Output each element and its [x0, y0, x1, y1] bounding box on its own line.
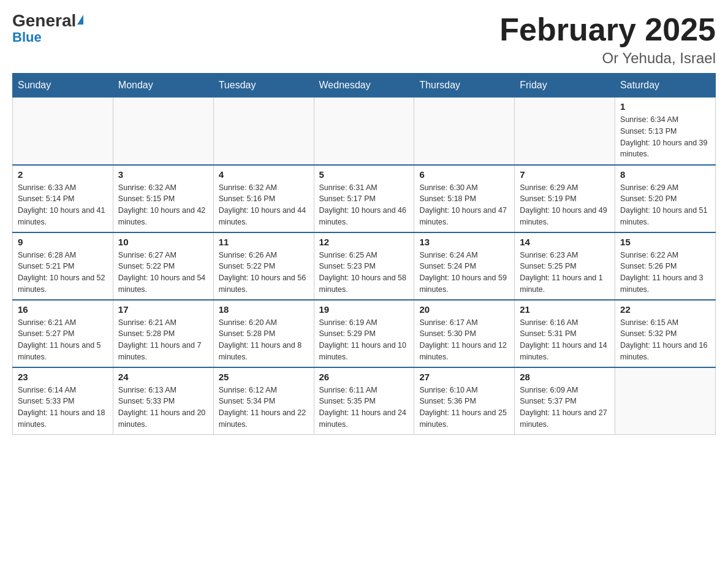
logo-blue-text: Blue [12, 31, 42, 44]
calendar-day-cell: 24Sunrise: 6:13 AMSunset: 5:33 PMDayligh… [113, 367, 213, 435]
day-number: 24 [118, 372, 208, 382]
day-number: 13 [419, 237, 509, 247]
day-number: 26 [319, 372, 409, 382]
calendar-day-cell: 9Sunrise: 6:28 AMSunset: 5:21 PMDaylight… [13, 232, 113, 300]
day-number: 21 [520, 304, 610, 315]
day-info: Sunrise: 6:25 AMSunset: 5:23 PMDaylight:… [319, 250, 409, 296]
day-info: Sunrise: 6:11 AMSunset: 5:35 PMDaylight:… [319, 385, 409, 431]
day-number: 17 [118, 304, 208, 315]
weekday-header: Saturday [615, 74, 716, 98]
calendar-week-row: 16Sunrise: 6:21 AMSunset: 5:27 PMDayligh… [13, 300, 716, 367]
calendar-day-cell [414, 98, 515, 165]
day-number: 20 [419, 304, 509, 315]
calendar-day-cell: 11Sunrise: 6:26 AMSunset: 5:22 PMDayligh… [213, 232, 314, 300]
day-info: Sunrise: 6:23 AMSunset: 5:25 PMDaylight:… [520, 250, 610, 296]
day-number: 1 [620, 101, 710, 112]
calendar-day-cell [113, 98, 213, 165]
calendar-day-cell: 2Sunrise: 6:33 AMSunset: 5:14 PMDaylight… [13, 165, 113, 232]
page-header: General Blue February 2025 Or Yehuda, Is… [12, 12, 716, 67]
day-number: 9 [18, 237, 108, 247]
weekday-header: Sunday [13, 74, 113, 98]
day-number: 11 [219, 237, 309, 247]
day-info: Sunrise: 6:24 AMSunset: 5:24 PMDaylight:… [419, 250, 509, 296]
day-number: 4 [219, 169, 309, 180]
day-info: Sunrise: 6:16 AMSunset: 5:31 PMDaylight:… [520, 317, 610, 363]
calendar-day-cell: 28Sunrise: 6:09 AMSunset: 5:37 PMDayligh… [515, 367, 615, 435]
day-info: Sunrise: 6:26 AMSunset: 5:22 PMDaylight:… [219, 250, 309, 296]
day-number: 7 [520, 169, 610, 180]
calendar-day-cell: 7Sunrise: 6:29 AMSunset: 5:19 PMDaylight… [515, 165, 615, 232]
calendar-day-cell: 21Sunrise: 6:16 AMSunset: 5:31 PMDayligh… [515, 300, 615, 367]
calendar-day-cell: 25Sunrise: 6:12 AMSunset: 5:34 PMDayligh… [213, 367, 314, 435]
day-number: 28 [520, 372, 610, 382]
calendar-day-cell [213, 98, 314, 165]
calendar-header-row: SundayMondayTuesdayWednesdayThursdayFrid… [13, 74, 716, 98]
day-info: Sunrise: 6:30 AMSunset: 5:18 PMDaylight:… [419, 182, 509, 228]
calendar-day-cell: 27Sunrise: 6:10 AMSunset: 5:36 PMDayligh… [414, 367, 515, 435]
title-block: February 2025 Or Yehuda, Israel [499, 12, 716, 67]
day-info: Sunrise: 6:31 AMSunset: 5:17 PMDaylight:… [319, 182, 409, 228]
calendar-day-cell: 3Sunrise: 6:32 AMSunset: 5:15 PMDaylight… [113, 165, 213, 232]
day-number: 5 [319, 169, 409, 180]
calendar-day-cell [314, 98, 414, 165]
day-number: 18 [219, 304, 309, 315]
calendar-week-row: 9Sunrise: 6:28 AMSunset: 5:21 PMDaylight… [13, 232, 716, 300]
calendar-day-cell: 20Sunrise: 6:17 AMSunset: 5:30 PMDayligh… [414, 300, 515, 367]
weekday-header: Friday [515, 74, 615, 98]
calendar-day-cell: 22Sunrise: 6:15 AMSunset: 5:32 PMDayligh… [615, 300, 716, 367]
day-number: 3 [118, 169, 208, 180]
calendar-day-cell: 16Sunrise: 6:21 AMSunset: 5:27 PMDayligh… [13, 300, 113, 367]
calendar-week-row: 2Sunrise: 6:33 AMSunset: 5:14 PMDaylight… [13, 165, 716, 232]
day-info: Sunrise: 6:32 AMSunset: 5:16 PMDaylight:… [219, 182, 309, 228]
calendar-week-row: 23Sunrise: 6:14 AMSunset: 5:33 PMDayligh… [13, 367, 716, 435]
day-info: Sunrise: 6:27 AMSunset: 5:22 PMDaylight:… [118, 250, 208, 296]
day-number: 27 [419, 372, 509, 382]
calendar-day-cell: 15Sunrise: 6:22 AMSunset: 5:26 PMDayligh… [615, 232, 716, 300]
weekday-header: Monday [113, 74, 213, 98]
day-info: Sunrise: 6:33 AMSunset: 5:14 PMDaylight:… [18, 182, 108, 228]
day-info: Sunrise: 6:28 AMSunset: 5:21 PMDaylight:… [18, 250, 108, 296]
weekday-header: Wednesday [314, 74, 414, 98]
calendar-day-cell [615, 367, 716, 435]
logo-general-text: General [12, 12, 83, 29]
calendar-day-cell [13, 98, 113, 165]
day-number: 19 [319, 304, 409, 315]
day-info: Sunrise: 6:29 AMSunset: 5:19 PMDaylight:… [520, 182, 610, 228]
month-title: February 2025 [499, 12, 716, 47]
calendar-day-cell: 12Sunrise: 6:25 AMSunset: 5:23 PMDayligh… [314, 232, 414, 300]
day-info: Sunrise: 6:19 AMSunset: 5:29 PMDaylight:… [319, 317, 409, 363]
day-number: 10 [118, 237, 208, 247]
day-number: 14 [520, 237, 610, 247]
calendar-day-cell: 18Sunrise: 6:20 AMSunset: 5:28 PMDayligh… [213, 300, 314, 367]
day-info: Sunrise: 6:21 AMSunset: 5:27 PMDaylight:… [18, 317, 108, 363]
logo-arrow-icon [77, 15, 83, 25]
calendar-day-cell [515, 98, 615, 165]
day-number: 15 [620, 237, 710, 247]
calendar-table: SundayMondayTuesdayWednesdayThursdayFrid… [12, 73, 716, 435]
day-info: Sunrise: 6:29 AMSunset: 5:20 PMDaylight:… [620, 182, 710, 228]
day-info: Sunrise: 6:17 AMSunset: 5:30 PMDaylight:… [419, 317, 509, 363]
day-number: 2 [18, 169, 108, 180]
location-subtitle: Or Yehuda, Israel [499, 50, 716, 67]
calendar-day-cell: 19Sunrise: 6:19 AMSunset: 5:29 PMDayligh… [314, 300, 414, 367]
day-number: 22 [620, 304, 710, 315]
day-number: 12 [319, 237, 409, 247]
calendar-day-cell: 5Sunrise: 6:31 AMSunset: 5:17 PMDaylight… [314, 165, 414, 232]
day-info: Sunrise: 6:09 AMSunset: 5:37 PMDaylight:… [520, 385, 610, 431]
day-number: 6 [419, 169, 509, 180]
day-number: 8 [620, 169, 710, 180]
day-number: 16 [18, 304, 108, 315]
calendar-day-cell: 14Sunrise: 6:23 AMSunset: 5:25 PMDayligh… [515, 232, 615, 300]
calendar-day-cell: 4Sunrise: 6:32 AMSunset: 5:16 PMDaylight… [213, 165, 314, 232]
day-info: Sunrise: 6:13 AMSunset: 5:33 PMDaylight:… [118, 385, 208, 431]
calendar-day-cell: 1Sunrise: 6:34 AMSunset: 5:13 PMDaylight… [615, 98, 716, 165]
calendar-day-cell: 17Sunrise: 6:21 AMSunset: 5:28 PMDayligh… [113, 300, 213, 367]
calendar-day-cell: 26Sunrise: 6:11 AMSunset: 5:35 PMDayligh… [314, 367, 414, 435]
weekday-header: Tuesday [213, 74, 314, 98]
day-info: Sunrise: 6:12 AMSunset: 5:34 PMDaylight:… [219, 385, 309, 431]
logo: General Blue [12, 12, 83, 44]
day-info: Sunrise: 6:10 AMSunset: 5:36 PMDaylight:… [419, 385, 509, 431]
weekday-header: Thursday [414, 74, 515, 98]
calendar-day-cell: 13Sunrise: 6:24 AMSunset: 5:24 PMDayligh… [414, 232, 515, 300]
calendar-day-cell: 6Sunrise: 6:30 AMSunset: 5:18 PMDaylight… [414, 165, 515, 232]
